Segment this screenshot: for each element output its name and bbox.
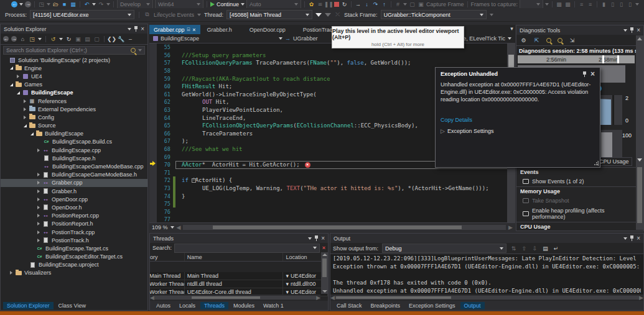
- breakpoint-gutter[interactable]: [149, 75, 157, 83]
- code-line[interactable]: 72−if (ActorHit) {: [149, 176, 515, 185]
- panel-tab-output[interactable]: Output: [460, 302, 485, 309]
- code-line[interactable]: 74}: [149, 192, 515, 200]
- platform-select[interactable]: Win64: [155, 0, 203, 9]
- pin-icon[interactable]: [134, 26, 138, 32]
- breakpoint-gutter[interactable]: [149, 122, 157, 130]
- pin-icon[interactable]: [630, 27, 634, 33]
- threads-horizontal-scrollbar[interactable]: ◀▶: [150, 294, 320, 300]
- hex-display-icon[interactable]: #: [394, 1, 401, 7]
- expand-arrow-icon[interactable]: [37, 231, 40, 234]
- expand-arrow-icon[interactable]: [37, 173, 40, 176]
- threads-titlebar[interactable]: Threads ×: [150, 234, 328, 243]
- open-file-icon[interactable]: 🗁: [52, 1, 59, 7]
- misc-tool-icon-2[interactable]: ▩: [564, 1, 571, 7]
- diag-settings-gear-icon[interactable]: ⚙: [520, 37, 527, 43]
- pin-icon[interactable]: [630, 235, 634, 241]
- tab-close-icon[interactable]: ×: [192, 27, 195, 33]
- tree-item[interactable]: Visualizers: [1, 269, 147, 277]
- tree-item[interactable]: Config: [1, 113, 147, 121]
- cpu-usage-header[interactable]: CPU Usage: [516, 222, 637, 231]
- threads-vertical-scrollbar[interactable]: [321, 252, 328, 294]
- take-snapshot-button[interactable]: Take Snapshot: [516, 196, 637, 206]
- diag-export-icon[interactable]: ⇱: [533, 37, 540, 43]
- location-expand-icon[interactable]: ▾: [286, 273, 289, 279]
- lifecycle-events-button[interactable]: Lifecycle Events: [154, 12, 194, 18]
- tree-item[interactable]: BuildingEscape.uproject: [1, 261, 147, 269]
- fold-minus-icon[interactable]: −: [192, 178, 196, 183]
- breakpoint-gutter[interactable]: [149, 192, 157, 200]
- column-header-name[interactable]: Name: [185, 253, 284, 261]
- tree-item[interactable]: ++BuildingEscape.cpp: [1, 146, 147, 154]
- goto-message-icon[interactable]: ⇅: [510, 245, 517, 252]
- tree-item[interactable]: C#BuildingEscape.Build.cs: [1, 138, 147, 146]
- clear-search-icon[interactable]: ×: [322, 245, 325, 251]
- tree-item[interactable]: ++OpenDoor.cpp: [1, 195, 147, 203]
- se-forward-icon[interactable]: →: [11, 36, 17, 42]
- memory-usage-header[interactable]: Memory Usage: [516, 186, 637, 196]
- breadcrumb-symbol[interactable]: UGrabber: [293, 35, 318, 42]
- clear-all-icon[interactable]: ▤: [542, 245, 549, 252]
- tree-item[interactable]: Engine: [1, 64, 147, 72]
- tree-item[interactable]: PositionReport.h: [1, 220, 147, 228]
- tree-item[interactable]: ++Grabber.cpp: [1, 179, 147, 187]
- flag-threads-icon[interactable]: [325, 13, 331, 17]
- editor-tab-opendoor-cpp[interactable]: OpenDoor.cpp: [245, 25, 290, 34]
- step-into-icon[interactable]: ↓: [363, 1, 370, 7]
- breakpoint-gutter[interactable]: [149, 114, 157, 122]
- auto-select[interactable]: Auto: [246, 0, 301, 9]
- breakpoint-gutter[interactable]: [149, 67, 157, 75]
- expand-arrow-icon[interactable]: [24, 124, 27, 127]
- tree-item[interactable]: C#BuildingEscape.Target.cs: [1, 244, 147, 252]
- bookmark-icon-3[interactable]: ▯: [618, 1, 625, 7]
- breakpoint-gutter[interactable]: [149, 52, 157, 60]
- tree-item[interactable]: C#BuildingEscapeEditor.Target.cs: [1, 253, 147, 261]
- tree-item[interactable]: ▦References: [1, 97, 147, 105]
- breakpoint-gutter[interactable]: [149, 176, 157, 185]
- tab-overflow-icon[interactable]: ▾: [508, 25, 515, 32]
- tree-item[interactable]: BuildingEscape.h: [1, 154, 147, 162]
- tree-item[interactable]: BuildingEscape: [1, 89, 147, 97]
- close-icon[interactable]: ×: [637, 235, 640, 241]
- breakpoint-gutter[interactable]: [149, 91, 157, 99]
- se-back-icon[interactable]: ←: [3, 36, 9, 42]
- zoom-level-select[interactable]: 109 %: [152, 224, 168, 231]
- close-icon[interactable]: ×: [590, 71, 595, 77]
- pin-icon[interactable]: [314, 235, 319, 241]
- expand-arrow-icon[interactable]: [10, 271, 12, 275]
- tree-item[interactable]: ++BuildingEscapeGameModeBase.cpp: [1, 162, 147, 170]
- back-caret-icon[interactable]: [19, 3, 23, 6]
- panel-tab-autos[interactable]: Autos: [152, 302, 174, 309]
- diag-reset-view-icon[interactable]: ⇲: [569, 37, 576, 43]
- show-all-files-icon[interactable]: ▤: [84, 35, 91, 42]
- diag-zoom-in-icon[interactable]: [546, 38, 551, 43]
- suspend-threads-icon[interactable]: ⤫: [334, 11, 341, 18]
- tree-item[interactable]: PostionTrack.h: [1, 236, 147, 244]
- tree-item[interactable]: OpenDoor.h: [1, 203, 147, 211]
- panel-tab-modules[interactable]: Modules: [230, 302, 258, 309]
- expand-arrow-icon[interactable]: [37, 214, 40, 217]
- panel-tab-watch-1[interactable]: Watch 1: [259, 302, 287, 309]
- process-select[interactable]: [41156] UE4Editor.exe: [30, 10, 134, 19]
- breakpoint-gutter[interactable]: [149, 83, 157, 91]
- tree-item[interactable]: External Dependencies: [1, 105, 147, 113]
- breakpoint-gutter[interactable]: [149, 169, 157, 177]
- output-horizontal-scrollbar[interactable]: ◀▶: [330, 294, 643, 300]
- expand-arrow-icon[interactable]: [37, 239, 40, 242]
- indent-icon-2[interactable]: ≡: [587, 1, 594, 7]
- panel-tab-breakpoints[interactable]: Breakpoints: [367, 302, 404, 309]
- new-project-icon[interactable]: ◳: [38, 1, 45, 7]
- output-titlebar[interactable]: Output ×: [330, 234, 643, 243]
- code-line[interactable]: 56///Setup query parameters: [149, 52, 515, 60]
- home-icon[interactable]: ⌂: [19, 35, 26, 42]
- panel-tab-threads[interactable]: Threads: [200, 302, 228, 309]
- code-line[interactable]: 57FCollisionQueryParams TraceParameters(…: [149, 59, 515, 67]
- breakpoint-gutter[interactable]: [149, 43, 157, 52]
- breakpoint-gutter[interactable]: [149, 200, 157, 208]
- breakpoint-gutter[interactable]: [149, 145, 157, 153]
- expand-arrow-icon[interactable]: [24, 116, 26, 119]
- column-header-category[interactable]: Category: [150, 253, 185, 261]
- copy-details-link[interactable]: Copy Details: [441, 117, 595, 123]
- bookmark-icon-1[interactable]: ▮: [600, 1, 607, 7]
- breakpoint-gutter[interactable]: [149, 153, 157, 161]
- misc-tool-icon-1[interactable]: ▩: [556, 1, 562, 7]
